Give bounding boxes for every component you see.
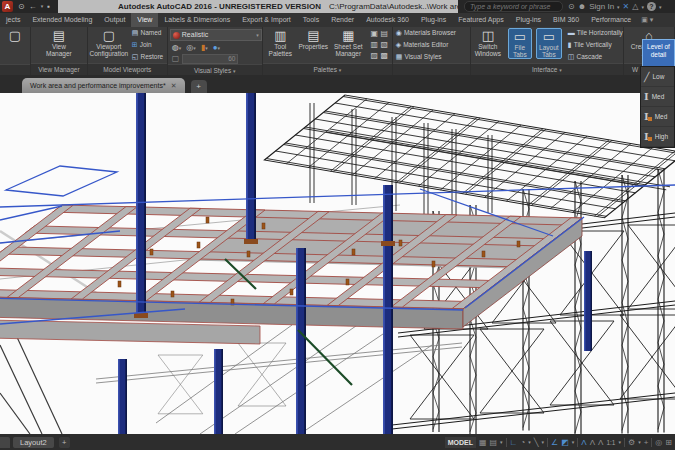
workspace-caret-icon[interactable]: ▾ (638, 439, 641, 445)
isodraft-caret-icon[interactable]: ▾ (542, 439, 545, 445)
materials-browser-button[interactable]: ◉Materials Browser (396, 28, 456, 38)
annotation-visibility-icon[interactable]: Λ (581, 437, 586, 448)
annotation-scale-icon[interactable]: Λ (598, 437, 603, 448)
help-caret-icon[interactable]: ▾ (659, 4, 662, 10)
workspace-gear-icon[interactable]: ⚙ (628, 437, 635, 448)
panel-materials: ◉Materials Browser ◈Materials Editor ▦Vi… (393, 27, 471, 75)
layout-tabs-button[interactable]: ▭ Layout Tabs (536, 28, 562, 59)
tool-palettes-button[interactable]: ▥ Tool Palettes (265, 28, 295, 57)
object-snap-icon[interactable]: ◩ (561, 437, 569, 448)
infocenter-search-input[interactable]: Type a keyword or phrase (464, 1, 563, 12)
grid-display-icon[interactable]: ▦ (479, 437, 487, 448)
exchange-apps-icon[interactable]: ✕ (623, 2, 630, 11)
highlight-tool-icon[interactable]: ◎▾ (186, 43, 196, 52)
palette-icon-5[interactable]: ▨ (369, 50, 379, 61)
palette-icon-1[interactable]: ▣ (369, 28, 379, 39)
document-path: C:\ProgramData\Autodesk..\Work area and … (329, 2, 458, 11)
file-tabs-button[interactable]: ▭ File Tabs (508, 28, 532, 59)
tab-view[interactable]: View (131, 13, 158, 27)
new-layout-button[interactable]: + (59, 437, 70, 448)
level-of-detail-button[interactable]: Level of detail (642, 39, 675, 69)
polar-tracking-icon[interactable]: ◔ (520, 437, 525, 448)
graphics-performance-icon[interactable]: ⊞ (665, 437, 672, 448)
properties-button[interactable]: ▤ Properties (297, 28, 329, 50)
snap-caret-icon[interactable]: ▾ (500, 439, 503, 445)
annotation-scale-value[interactable]: 1:1 (606, 439, 615, 446)
scale-caret-icon[interactable]: ▾ (618, 439, 621, 445)
polar-caret-icon[interactable]: ▾ (528, 439, 531, 445)
opacity-toggle-icon[interactable]: ▢ (172, 53, 180, 64)
qat-customize-icon[interactable]: ▪ (47, 0, 50, 13)
tab-projects[interactable]: jects (0, 13, 26, 27)
isodraft-icon[interactable]: ╲ (534, 437, 539, 448)
file-tab-active[interactable]: Work area and performance improvements* … (22, 78, 185, 93)
tool-palettes-icon: ▥ (265, 28, 295, 43)
communication-center-icon[interactable]: △ (632, 2, 638, 11)
layout2-tab[interactable]: Layout2 (13, 437, 54, 448)
tab-plug-ins-2[interactable]: Plug-ins (510, 13, 547, 27)
lod-option-medium-1[interactable]: IMed (641, 87, 674, 107)
tab-tools[interactable]: Tools (297, 13, 325, 27)
tile-vertically-button[interactable]: ▮Tile Vertically (568, 40, 623, 50)
model-space-button[interactable]: MODEL (445, 437, 476, 448)
level-of-detail-dropdown: ╱Low IMed IMed IHigh (640, 66, 675, 148)
tab-labels-dimensions[interactable]: Labels & Dimensions (158, 13, 236, 27)
materials-editor-button[interactable]: ◈Materials Editor (396, 40, 456, 50)
lod-option-medium-2[interactable]: IMed (641, 107, 674, 127)
tab-plug-ins[interactable]: Plug-ins (415, 13, 452, 27)
tab-extended-modeling[interactable]: Extended Modeling (26, 13, 98, 27)
comm-caret-icon[interactable]: ▾ (641, 4, 644, 10)
tab-render[interactable]: Render (325, 13, 360, 27)
switch-windows-button[interactable]: ◫ Switch Windows (471, 28, 505, 57)
sheet-set-manager-button[interactable]: ▦ Sheet Set Manager (331, 28, 365, 57)
restore-viewports-button[interactable]: ◱Restore (132, 52, 163, 62)
tab-output[interactable]: Output (98, 13, 131, 27)
search-icon[interactable]: ⊙ (568, 2, 575, 11)
help-icon[interactable]: ? (647, 2, 656, 11)
file-tab-close-icon[interactable]: ✕ (171, 78, 177, 93)
lod-medium-icon: I (644, 92, 649, 102)
sphere-tool-icon[interactable]: ◍▾ (172, 43, 182, 52)
customization-plus-icon[interactable]: + (644, 437, 649, 448)
file-tab-bar: Work area and performance improvements* … (0, 75, 675, 93)
ribbon-display-toggle-icon[interactable]: ▣ ▾ (641, 16, 653, 24)
lighting-tool-icon[interactable]: ●▾ (213, 43, 220, 52)
tab-performance[interactable]: Performance (585, 13, 637, 27)
redo-caret-icon[interactable]: ▾ (41, 0, 44, 13)
texture-tool-icon[interactable]: ▮▾ (201, 43, 208, 52)
tab-autodesk-360[interactable]: Autodesk 360 (360, 13, 415, 27)
autoscale-icon[interactable]: Λ (590, 437, 595, 448)
osnap-tracking-icon[interactable]: ∠ (551, 437, 558, 448)
palette-icon-6[interactable]: ▩ (379, 50, 389, 61)
lod-option-high[interactable]: IHigh (641, 127, 674, 147)
tab-export-import[interactable]: Export & Import (236, 13, 297, 27)
cascade-button[interactable]: ◫Cascade (568, 52, 623, 62)
autocad-logo-icon[interactable]: A (2, 1, 13, 12)
palette-icon-3[interactable]: ▥ (369, 39, 379, 50)
tile-horizontally-button[interactable]: ▬Tile Horizontally (568, 28, 623, 38)
sign-in-link[interactable]: Sign In (589, 2, 614, 11)
model-tab-stub[interactable] (0, 437, 10, 448)
lod-option-low[interactable]: ╱Low (641, 67, 674, 87)
tab-featured-apps[interactable]: Featured Apps (452, 13, 510, 27)
palette-icon-4[interactable]: ▧ (379, 39, 389, 50)
panel-visual-styles: Realistic ▾ ◍▾ ◎▾ ▮▾ ●▾ ▢ 60 Visual Styl… (168, 27, 263, 75)
tab-bim-360[interactable]: BIM 360 (547, 13, 585, 27)
visual-style-dropdown[interactable]: Realistic ▾ (170, 29, 262, 41)
sign-in-caret-icon[interactable]: ▾ (617, 4, 620, 10)
ortho-mode-icon[interactable]: ∟ (510, 437, 518, 448)
visual-styles-palette-button[interactable]: ▦Visual Styles (396, 52, 456, 62)
isolate-objects-icon[interactable]: ◎ (655, 437, 662, 448)
snap-mode-icon[interactable]: ▤ (489, 437, 497, 448)
open-icon[interactable]: ⊙ (18, 0, 25, 13)
palette-icon-2[interactable]: ▤ (379, 28, 389, 39)
viewport-configuration-button[interactable]: ▢ Viewport Configuration (88, 28, 130, 57)
drawing-canvas[interactable] (0, 93, 675, 434)
undo-icon[interactable]: ← (29, 0, 37, 13)
named-viewports-button[interactable]: ▤Named (132, 28, 163, 38)
new-drawing-tab-button[interactable]: + (191, 80, 207, 93)
osnap-caret-icon[interactable]: ▾ (572, 439, 575, 445)
join-viewports-button[interactable]: ⊞Join (132, 40, 163, 50)
view-manager-button[interactable]: ▤ View Manager (41, 28, 77, 57)
opacity-input[interactable]: 60 (182, 54, 238, 64)
